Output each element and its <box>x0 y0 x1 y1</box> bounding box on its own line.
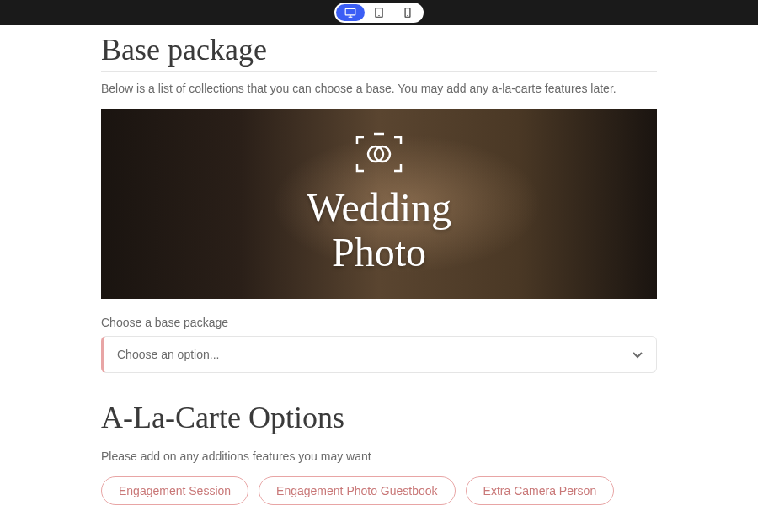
device-switcher <box>334 3 424 23</box>
device-desktop-button[interactable] <box>336 4 365 21</box>
base-package-description: Below is a list of collections that you … <box>101 82 657 95</box>
base-package-select[interactable]: Choose an option... <box>101 336 657 373</box>
divider <box>101 439 657 439</box>
base-package-title: Base package <box>101 32 657 67</box>
extra-hours-title: Extra hours <box>101 525 657 532</box>
alacarte-description: Please add on any additions features you… <box>101 450 657 463</box>
chevron-down-icon <box>633 347 643 362</box>
camera-icon <box>352 132 406 179</box>
alacarte-option-extra-camera-person[interactable]: Extra Camera Person <box>466 476 615 505</box>
select-placeholder: Choose an option... <box>117 348 219 361</box>
hero-text: Wedding Photo <box>307 186 451 275</box>
base-package-section: Base package Below is a list of collecti… <box>101 32 657 373</box>
hero-line2: Photo <box>307 231 451 275</box>
main-content: Base package Below is a list of collecti… <box>0 25 758 532</box>
mobile-icon <box>401 7 414 19</box>
device-tablet-button[interactable] <box>365 4 393 21</box>
tablet-icon <box>372 7 386 19</box>
divider <box>101 71 657 72</box>
alacarte-title: A-La-Carte Options <box>101 400 657 435</box>
svg-rect-0 <box>345 8 355 15</box>
extra-hours-section: Extra hours <box>101 525 657 532</box>
alacarte-options: Engagement Session Engagement Photo Gues… <box>101 476 657 505</box>
hero-line1: Wedding <box>307 186 451 231</box>
select-label: Choose a base package <box>101 316 657 329</box>
hero-image: Wedding Photo <box>101 109 657 299</box>
desktop-icon <box>344 7 357 19</box>
alacarte-option-engagement-session[interactable]: Engagement Session <box>101 476 248 505</box>
top-bar <box>0 0 758 25</box>
alacarte-option-engagement-photo-guestbook[interactable]: Engagement Photo Guestbook <box>259 476 455 505</box>
alacarte-section: A-La-Carte Options Please add on any add… <box>101 400 657 505</box>
device-mobile-button[interactable] <box>393 4 422 21</box>
